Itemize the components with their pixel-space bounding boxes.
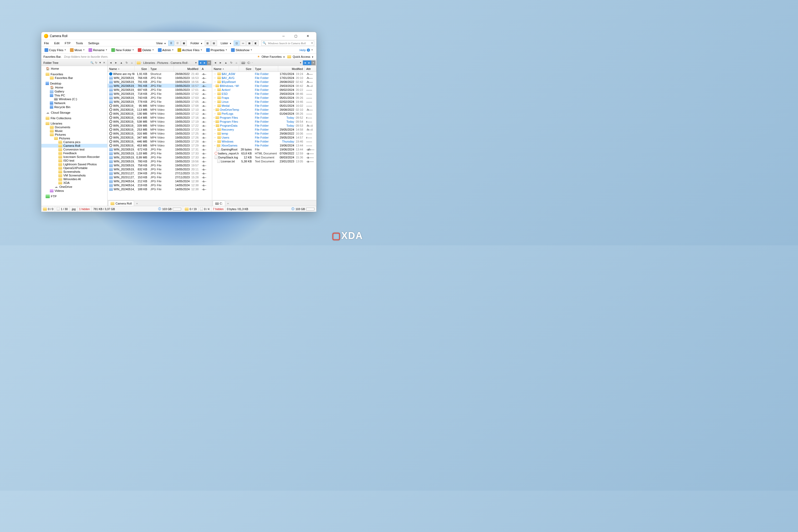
- tree-item-videos[interactable]: Videos: [41, 189, 107, 193]
- tool-admin[interactable]: Admin▼: [156, 48, 176, 53]
- file-row[interactable]: WIN_20231127_15_28_49_Pro.jpg 153 KB JPG…: [108, 175, 212, 179]
- tree-item-windows-c-[interactable]: Windows (C:): [41, 97, 107, 101]
- file-row[interactable]: ›ProgramData File Folder Today09:53 -h--…: [212, 124, 317, 128]
- folder-mode2-icon[interactable]: ▤: [211, 40, 217, 46]
- col-modified[interactable]: Modified: [278, 66, 305, 72]
- file-row[interactable]: WIN_20230519_17_27_30_Pro.mp4 446 MB MP4…: [108, 139, 212, 143]
- file-row[interactable]: ›$SysReset File Folder 28/08/202202:42 -…: [212, 80, 317, 84]
- col-size[interactable]: Size: [135, 66, 149, 72]
- add-tab-button[interactable]: +: [226, 201, 230, 206]
- expand-icon[interactable]: ›: [214, 89, 216, 91]
- nav-fwd-icon[interactable]: ►: [218, 60, 223, 65]
- tree-item-pictures[interactable]: Pictures: [41, 136, 107, 140]
- crumb-dropdown-icon[interactable]: ▾: [298, 60, 303, 65]
- file-row[interactable]: ›Users File Folder 29/05/202414:57 r----…: [212, 135, 317, 139]
- file-row[interactable]: ›Fraps File Folder 05/01/202409:26 -----…: [212, 96, 317, 100]
- tool-archive-files[interactable]: Archive Files▼: [176, 48, 204, 53]
- expand-icon[interactable]: ›: [214, 93, 216, 95]
- file-row[interactable]: WIN_20230519_19_56_29_Pro.jpg 780 KB JPG…: [108, 159, 212, 163]
- file-row[interactable]: WIN_20231127_15_28_43_Pro.jpg 234 KB JPG…: [108, 171, 212, 175]
- tree-item-music[interactable]: Music: [41, 129, 107, 133]
- nav-fwd-icon[interactable]: ►: [114, 60, 118, 65]
- file-row[interactable]: .GamingRoot 28 bytes File 19/06/202413:4…: [212, 147, 317, 151]
- other-favorites-button[interactable]: Other Favorites ▼: [262, 55, 286, 58]
- tool-move[interactable]: Move▼: [68, 48, 87, 53]
- quick-access-button[interactable]: Quick Access ▼: [293, 55, 314, 58]
- file-row[interactable]: battery_report.html 63,8 KB HTML Documen…: [212, 151, 317, 155]
- expand-icon[interactable]: ›: [214, 84, 215, 87]
- right-tab[interactable]: C:: [213, 201, 225, 206]
- file-row[interactable]: WIN_20230519_17_21_12_Pro.mp4 339 MB MP4…: [108, 124, 212, 128]
- tree-item-iso-test[interactable]: ISO test: [41, 159, 107, 163]
- col-type[interactable]: Type: [149, 66, 174, 72]
- expand-icon[interactable]: ›: [214, 73, 216, 75]
- tree-item-camera-pics[interactable]: Camera pics: [41, 140, 107, 144]
- file-row[interactable]: WIN_20230519_17_31_56_Pro.jpg 672 KB JPG…: [108, 147, 212, 151]
- file-row[interactable]: WIN_20230519_17_22_45_Pro.mp4 253 MB MP4…: [108, 128, 212, 131]
- tool-delete[interactable]: Delete▼: [136, 48, 155, 53]
- file-row[interactable]: WIN_20230519_17_07_25_Pro.mp4 95 MB MP4 …: [108, 103, 212, 108]
- tool-slideshow[interactable]: Slideshow▼: [229, 48, 254, 53]
- file-row[interactable]: WIN_20230519_16_53_35_Pro.jpg 766 KB JPG…: [108, 76, 212, 80]
- file-row[interactable]: WIN_20230519_17_15_21_Pro.mp4 414 MB MP4…: [108, 115, 212, 119]
- file-row[interactable]: ›PerfLogs File Folder 01/04/202408:26 --…: [212, 112, 317, 115]
- lister-menu[interactable]: Lister ▼: [220, 41, 233, 45]
- tool-rename[interactable]: Rename▼: [87, 48, 109, 53]
- expand-icon[interactable]: ›: [214, 144, 216, 147]
- tree-item-conversion-test[interactable]: Conversion test: [41, 148, 107, 151]
- file-row[interactable]: WIN_20230519_17_03_56_Pro.jpg 743 KB JPG…: [108, 96, 212, 100]
- expand-icon[interactable]: ›: [214, 80, 216, 83]
- left-tab[interactable]: Camera Roll: [108, 201, 134, 206]
- crumb[interactable]: Pictures: [156, 61, 169, 64]
- col-size[interactable]: Size: [239, 66, 253, 72]
- col-type[interactable]: Type: [253, 66, 278, 72]
- expand-icon[interactable]: ›: [214, 120, 215, 123]
- lister-dual-icon[interactable]: ◫: [234, 40, 240, 46]
- tree-item-favorites[interactable]: Favorites: [41, 72, 107, 76]
- file-row[interactable]: DumpStack.log 12 KB Text Document 08/03/…: [212, 155, 317, 159]
- expand-icon[interactable]: ›: [214, 112, 216, 115]
- file-row[interactable]: WIN_20230519_17_28_45_Pro.mp4 453 MB MP4…: [108, 143, 212, 147]
- minimize-button[interactable]: ─: [278, 32, 289, 40]
- expand-icon[interactable]: ›: [214, 104, 216, 107]
- tree-item-cloud-storage[interactable]: ☁Cloud Storage: [41, 111, 107, 115]
- expand-icon[interactable]: ›: [214, 100, 216, 103]
- file-row[interactable]: WIN_20240514_12_38_35_Pro.jpg 188 KB JPG…: [108, 187, 212, 191]
- nav-up-icon[interactable]: ▲: [119, 60, 124, 65]
- tree-item-screenshots[interactable]: Screenshots: [41, 170, 107, 173]
- crumb[interactable]: C:: [247, 61, 251, 64]
- tree-item-xda[interactable]: XDA: [41, 181, 107, 185]
- lister-mode4-icon[interactable]: ◧: [253, 40, 259, 46]
- col-attr[interactable]: A: [200, 66, 212, 72]
- folder-tree[interactable]: 🏠HomeFavoritesFavorites BarDesktop🏠HomeG…: [41, 66, 107, 206]
- add-tab-button[interactable]: +: [135, 201, 139, 206]
- tree-item-desktop[interactable]: Desktop: [41, 81, 107, 85]
- nav-back-icon[interactable]: ◄: [108, 60, 113, 65]
- help-button[interactable]: Help ? ▼: [298, 48, 315, 53]
- pane-next-icon[interactable]: ►: [203, 60, 207, 65]
- folder-menu[interactable]: Folder ▼: [189, 41, 204, 45]
- tree-item-file-collections[interactable]: File Collections: [41, 116, 107, 120]
- tree-item-winxvideo-ai[interactable]: Winxvideo AI: [41, 177, 107, 181]
- file-row[interactable]: ›Program Files File Folder Today09:52 r-…: [212, 115, 317, 119]
- crumb-dropdown-icon[interactable]: ▾: [194, 60, 198, 65]
- pane-prev-icon[interactable]: ◄: [198, 60, 203, 65]
- view-tiles-icon[interactable]: ▦: [181, 40, 187, 46]
- lister-mode3-icon[interactable]: ▦: [246, 40, 252, 46]
- view-list-icon[interactable]: ☷: [175, 40, 180, 46]
- menu-settings[interactable]: Settings: [86, 41, 102, 45]
- crumb[interactable]: Camera Roll: [170, 61, 188, 64]
- tool-copy-files[interactable]: Copy Files▼: [43, 48, 68, 53]
- file-row[interactable]: ›Recovery File Folder 29/05/202414:58 -h…: [212, 128, 317, 131]
- file-row[interactable]: WIN_20230519_17_11_14_Pro.mp4 130 MB MP4…: [108, 112, 212, 115]
- close-button[interactable]: ✕: [302, 32, 314, 40]
- menu-edit[interactable]: Edit: [52, 41, 62, 45]
- tree-item-home[interactable]: 🏠Home: [41, 66, 107, 71]
- file-row[interactable]: WIN_20230519_16_57_58_Pro.jpg 781 KB JPG…: [108, 84, 212, 88]
- file-row[interactable]: ›$AV_AVG File Folder 17/01/202420:10 -h-…: [212, 76, 317, 80]
- file-row[interactable]: WIN_20240514_12_38_25_Pro.jpg 212 KB JPG…: [108, 179, 212, 183]
- tree-item-feedback[interactable]: Feedback: [41, 151, 107, 155]
- file-row[interactable]: ›Linux File Folder 02/02/202419:46 -----…: [212, 100, 317, 103]
- file-row[interactable]: ›$AV_ASW File Folder 17/01/202419:24 -h-…: [212, 72, 317, 76]
- tree-item-ftp[interactable]: FTP: [41, 194, 107, 198]
